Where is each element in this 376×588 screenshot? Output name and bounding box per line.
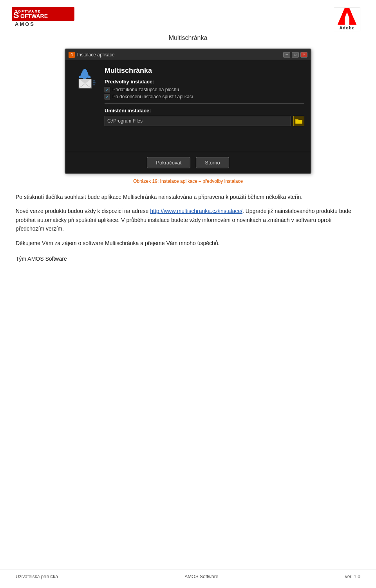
install-path-input[interactable] xyxy=(105,116,291,126)
paragraph-1: Po stisknutí tlačítka souhlasit bude apl… xyxy=(16,193,360,201)
maximize-button[interactable]: □ xyxy=(292,52,299,58)
svg-text:S: S xyxy=(13,10,20,20)
installer-path-row xyxy=(105,116,304,126)
page-header: SOFTWARE S OFTWARE AMOS Adobe xyxy=(0,0,376,31)
installer-location-title: Umístění instalace: xyxy=(105,108,304,114)
close-button[interactable]: ✕ xyxy=(300,52,307,58)
titlebar-controls: ─ □ ✕ xyxy=(283,52,307,58)
content-area: Po stisknutí tlačítka souhlasit bude apl… xyxy=(0,193,376,263)
adobe-logo: Adobe xyxy=(334,7,360,31)
paragraph-3: Děkujeme Vám za zájem o software Multisc… xyxy=(16,239,360,247)
installer-footer: Pokračovat Storno xyxy=(65,152,311,173)
installer-content: Multischránka Předvolby instalace: ✓ Při… xyxy=(105,67,304,146)
browse-button[interactable] xyxy=(293,116,304,126)
adobe-label: Adobe xyxy=(339,25,354,30)
checkbox-label-2: Po dokončení instalace spustit aplikaci xyxy=(112,94,193,99)
installer-titlebar-title: Instalace aplikace xyxy=(77,52,114,58)
installer-app-title: Multischránka xyxy=(105,67,304,75)
checkbox-row-1: ✓ Přidat ikonu zástupce na plochu xyxy=(105,87,304,92)
svg-point-10 xyxy=(82,69,87,74)
svg-text:OFTWARE: OFTWARE xyxy=(20,13,48,19)
installer-icon-area xyxy=(72,67,99,146)
svg-rect-22 xyxy=(296,120,302,123)
svg-text:AMOS: AMOS xyxy=(15,21,35,27)
checkbox-row-2: ✓ Po dokončení instalace spustit aplikac… xyxy=(105,94,304,99)
installer-preferences-title: Předvolby instalace: xyxy=(105,79,304,85)
amos-logo: SOFTWARE S OFTWARE AMOS xyxy=(12,7,74,29)
checkbox-mark-2: ✓ xyxy=(106,95,109,99)
figure-caption: Obrázek 19: Instalace aplikace – předvol… xyxy=(0,179,376,184)
installer-window: 4 Instalace aplikace ─ □ ✕ xyxy=(65,49,311,174)
installer-titlebar-icon: 4 xyxy=(69,52,75,58)
installer-spacer xyxy=(105,126,304,146)
cancel-button[interactable]: Storno xyxy=(196,157,229,168)
footer-right: ver. 1.0 xyxy=(345,574,360,579)
page-footer: Uživatelská příručka AMOS Software ver. … xyxy=(0,570,376,579)
checkbox-label-1: Přidat ikonu zástupce na plochu xyxy=(112,87,179,92)
installer-titlebar: 4 Instalace aplikace ─ □ ✕ xyxy=(65,49,311,60)
team-signature: Tým AMOS Software xyxy=(16,254,360,263)
footer-center: AMOS Software xyxy=(184,574,218,579)
checkbox-desktop-icon[interactable]: ✓ xyxy=(105,87,110,92)
checkbox-mark-1: ✓ xyxy=(106,88,109,92)
installer-body: Multischránka Předvolby instalace: ✓ Při… xyxy=(65,60,311,152)
installer-divider xyxy=(105,103,304,104)
footer-left: Uživatelská příručka xyxy=(16,574,58,579)
installer-screenshot: 4 Instalace aplikace ─ □ ✕ xyxy=(0,49,376,174)
paragraph-2: Nové verze produktu budou vždy k dispozi… xyxy=(16,207,360,233)
page-title: Multischránka xyxy=(0,34,376,41)
continue-button[interactable]: Pokračovat xyxy=(147,157,190,168)
minimize-button[interactable]: ─ xyxy=(283,52,290,58)
paragraph-2-prefix: Nové verze produktu budou vždy k dispozi… xyxy=(16,208,150,214)
multischranka-link[interactable]: http://www.multischranka.cz/instalace/ xyxy=(150,208,242,214)
checkbox-launch-after[interactable]: ✓ xyxy=(105,94,110,99)
